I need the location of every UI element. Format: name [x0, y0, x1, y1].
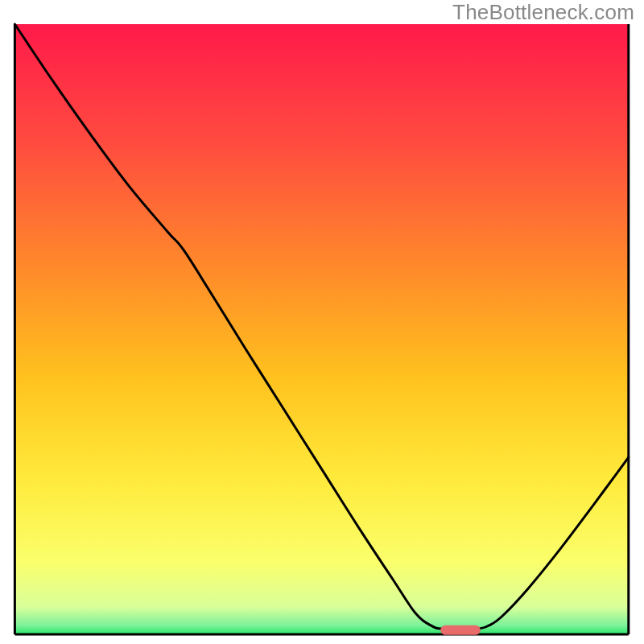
bottleneck-chart: TheBottleneck.com — [0, 0, 644, 644]
gradient-background — [14, 24, 628, 634]
optimal-marker — [440, 625, 481, 635]
plot-area — [14, 24, 628, 635]
chart-svg — [0, 0, 644, 644]
watermark-text: TheBottleneck.com — [452, 0, 634, 25]
